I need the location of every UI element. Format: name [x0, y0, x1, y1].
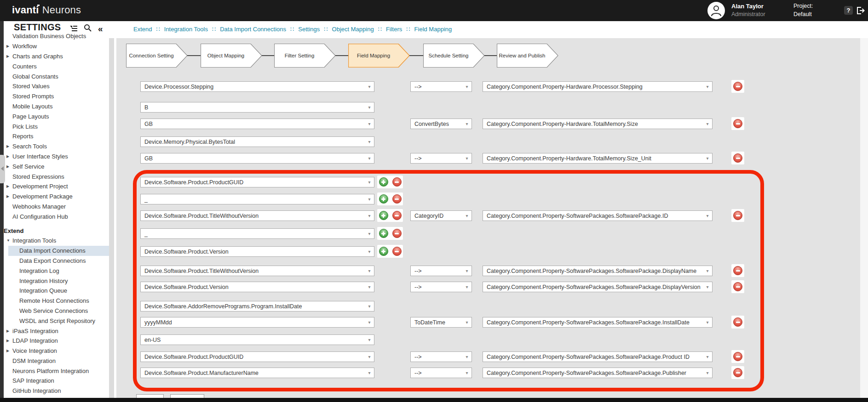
remove-mapping-icon[interactable] — [733, 282, 742, 291]
target-field-select[interactable]: Category.Component.Property-Hardware.Pro… — [483, 81, 713, 92]
sidebar-item-extend[interactable]: Extend — [0, 226, 109, 236]
chevron-right-icon[interactable]: ▶ — [6, 44, 9, 48]
wizard-step-review-and-publish[interactable]: Review and Publish — [497, 44, 558, 68]
target-field-select[interactable]: Category.Component.Property-SoftwarePack… — [483, 317, 713, 328]
target-field-select[interactable]: Category.Component.Property-SoftwarePack… — [483, 266, 713, 276]
chevron-right-icon[interactable]: ▶ — [6, 154, 9, 159]
function-select[interactable]: -->▾ — [410, 81, 472, 92]
source-field-select[interactable]: Device.Software.Product.TitleWithoutVers… — [140, 210, 374, 221]
sidebar-item-sap-integration[interactable]: SAP Integration — [0, 376, 109, 386]
add-row-icon[interactable] — [379, 211, 388, 220]
chevron-right-icon[interactable]: ▶ — [6, 339, 9, 343]
chevron-right-icon[interactable]: ▶ — [6, 329, 9, 333]
remove-row-icon[interactable] — [392, 177, 402, 187]
sidebar-item-pick-lists[interactable]: Pick Lists — [0, 121, 109, 131]
sidebar-item-ipaas-integration[interactable]: ▶iPaaS Integration — [0, 326, 109, 336]
sidebar-item-remote-host-connections[interactable]: Remote Host Connections — [0, 296, 109, 306]
source-field-select[interactable]: Device.Software.Product.ProductGUID▾ — [140, 177, 374, 187]
remove-row-icon[interactable] — [392, 229, 402, 238]
left-scrollbar-track[interactable] — [0, 21, 4, 398]
sidebar-item-page-layouts[interactable]: Page Layouts — [0, 111, 109, 121]
breadcrumb-link-field-mapping[interactable]: Field Mapping — [414, 26, 452, 33]
wizard-step-field-mapping[interactable]: Field Mapping — [348, 44, 410, 68]
logout-icon[interactable] — [856, 6, 865, 15]
target-field-select[interactable]: Category.Component.Property-SoftwarePack… — [483, 210, 713, 221]
sidebar-item-stored-expressions[interactable]: Stored Expressions — [0, 171, 109, 181]
sidebar-item-counters[interactable]: Counters — [0, 61, 109, 71]
remove-mapping-icon[interactable] — [733, 153, 742, 163]
wizard-step-object-mapping[interactable]: Object Mapping — [201, 44, 262, 68]
chevron-right-icon[interactable]: ▶ — [6, 164, 9, 169]
remove-mapping-icon[interactable] — [733, 368, 742, 377]
content-scrollbar[interactable] — [860, 38, 868, 398]
function-select[interactable]: -->▾ — [410, 153, 472, 164]
source-field-select[interactable]: GB▾ — [140, 153, 374, 164]
source-field-select[interactable]: Device.Software.AddorRemovePrograms.Prog… — [140, 301, 374, 311]
source-field-select[interactable]: Device.Software.Product.Version▾ — [140, 246, 374, 257]
function-select[interactable]: -->▾ — [410, 351, 472, 362]
sidebar-item-development-package[interactable]: ▶Development Package — [0, 192, 109, 202]
left-scrollbar-thumb[interactable] — [0, 155, 5, 183]
sidebar-item-github-integration[interactable]: GitHub Integration — [0, 386, 109, 396]
target-field-select[interactable]: Category.Component.Property-SoftwarePack… — [483, 282, 713, 292]
source-field-select[interactable]: B▾ — [140, 102, 374, 113]
remove-mapping-icon[interactable] — [733, 211, 742, 220]
target-field-select[interactable]: Category.Component.Property-SoftwarePack… — [483, 351, 713, 362]
remove-row-icon[interactable] — [392, 211, 402, 220]
sidebar-item-webhooks-manager[interactable]: Webhooks Manager — [0, 202, 109, 212]
function-select[interactable]: -->▾ — [410, 368, 472, 378]
sidebar-item-wsdl-and-script-repository[interactable]: WSDL and Script Repository — [0, 316, 109, 326]
function-select[interactable]: -->▾ — [410, 282, 472, 292]
function-select[interactable]: ConvertBytes▾ — [410, 119, 472, 129]
function-select[interactable]: ToDateTime▾ — [410, 317, 472, 328]
sidebar-item-mobile-layouts[interactable]: Mobile Layouts — [0, 102, 109, 112]
user-avatar[interactable] — [707, 2, 725, 19]
source-field-select[interactable]: Device.Processor.Stepping▾ — [140, 81, 374, 92]
partial-button-left[interactable] — [136, 394, 164, 398]
add-row-icon[interactable] — [379, 194, 388, 204]
wizard-step-filter-setting[interactable]: Filter Setting — [274, 44, 336, 68]
sidebar-item-user-interface-styles[interactable]: ▶User Interface Styles — [0, 152, 109, 162]
sidebar-item-self-service[interactable]: ▶Self Service — [0, 161, 109, 171]
sidebar-item-integration-queue[interactable]: Integration Queue — [0, 286, 109, 296]
sidebar-item-data-export-connections[interactable]: Data Export Connections — [0, 256, 109, 266]
breadcrumb-link-object-mapping[interactable]: Object Mapping — [332, 26, 374, 33]
sidebar-item-ai-configuration-hub[interactable]: AI Configuration Hub — [0, 211, 109, 221]
source-field-select[interactable]: en-US▾ — [140, 334, 374, 345]
sidebar-item-data-import-connections[interactable]: Data Import Connections — [8, 246, 109, 256]
sidebar-item-integration-history[interactable]: Integration History — [0, 276, 109, 286]
sidebar-item-integration-tools[interactable]: ▼Integration Tools — [0, 236, 109, 246]
source-field-select[interactable]: Device.Software.Product.TitleWithoutVers… — [140, 266, 374, 276]
sidebar-item-stored-prompts[interactable]: Stored Prompts — [0, 91, 109, 102]
remove-mapping-icon[interactable] — [733, 317, 742, 327]
source-field-select[interactable]: Device.Software.Product.ManufacturerName… — [140, 368, 374, 378]
chevron-right-icon[interactable]: ▶ — [6, 349, 9, 353]
remove-mapping-icon[interactable] — [733, 82, 742, 91]
add-row-icon[interactable] — [379, 229, 388, 238]
remove-mapping-icon[interactable] — [733, 352, 742, 361]
add-row-icon[interactable] — [379, 247, 388, 256]
source-field-select[interactable]: GB▾ — [140, 119, 374, 129]
breadcrumb-link-integration-tools[interactable]: Integration Tools — [164, 26, 208, 33]
chevron-down-icon[interactable]: ▼ — [6, 238, 10, 243]
target-field-select[interactable]: Category.Component.Property-SoftwarePack… — [483, 368, 713, 378]
source-field-select[interactable]: Device.Software.Product.Version▾ — [140, 282, 374, 292]
remove-mapping-icon[interactable] — [733, 266, 742, 275]
breadcrumb-link-settings[interactable]: Settings — [298, 26, 320, 33]
sidebar-item-stored-values[interactable]: Stored Values — [0, 81, 109, 91]
remove-row-icon[interactable] — [392, 194, 402, 204]
partial-button-right[interactable] — [170, 394, 204, 398]
wizard-step-schedule-setting[interactable]: Schedule Setting — [423, 44, 485, 68]
target-field-select[interactable]: Category.Component.Property-Hardware.Tot… — [483, 119, 713, 129]
sidebar-item-dsm-integration[interactable]: DSM Integration — [0, 356, 109, 366]
breadcrumb-link-data-import-connections[interactable]: Data Import Connections — [220, 26, 286, 33]
chevron-right-icon[interactable]: ▶ — [6, 194, 9, 198]
breadcrumb-link-filters[interactable]: Filters — [386, 26, 402, 33]
sidebar-item-charts-and-graphs[interactable]: ▶Charts and Graphs — [0, 51, 109, 62]
sidebar-item-development-project[interactable]: ▶Development Project — [0, 181, 109, 192]
source-field-select[interactable]: Device.Memory.Physical.BytesTotal▾ — [140, 136, 374, 147]
function-select[interactable]: -->▾ — [410, 266, 472, 276]
remove-mapping-icon[interactable] — [733, 119, 742, 128]
sidebar-scrollbar[interactable] — [109, 33, 114, 398]
chevron-right-icon[interactable]: ▶ — [6, 54, 9, 58]
